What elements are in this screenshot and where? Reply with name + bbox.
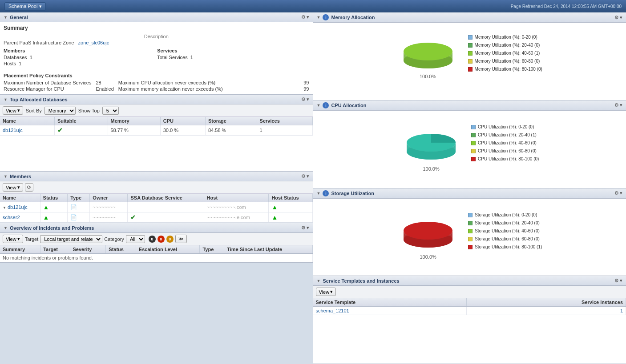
host-status-icon: ▲ (271, 214, 278, 221)
gear-dropdown-icon: ▾ (620, 190, 622, 196)
top-allocated-panel: ▼ Top Allocated Databases ⚙ ▾ View ▾ Sor… (0, 95, 313, 172)
top-allocated-thead: Name Suitable Memory CPU Storage Service… (0, 117, 312, 125)
storage-legend-60-80: Storage Utilization (%): 60-80 (0) (468, 235, 542, 243)
general-panel-header: ▼ General ⚙ ▾ (0, 12, 313, 22)
placement-title: Placement Policy Constraints (4, 73, 309, 78)
members-view-button[interactable]: View ▾ (3, 183, 23, 192)
error-badge: 0 (158, 236, 165, 243)
max-cpu-label: Maximum CPU allocation never exceeds (%) (118, 80, 299, 85)
members-refresh-button[interactable]: ⟳ (25, 183, 33, 192)
db-name-link[interactable]: db121ujc (3, 128, 23, 133)
main-content: ▼ General ⚙ ▾ Summary Description Parent… (0, 12, 626, 364)
storage-cell: 84.58 % (205, 125, 257, 136)
member-name-link[interactable]: db121ujc (8, 204, 28, 210)
storage-chart-label: 100.0% (420, 254, 436, 260)
legend-color-icon (468, 245, 473, 249)
incidents-gear[interactable]: ⚙ ▾ (301, 225, 309, 231)
members-title: Members (4, 48, 155, 53)
gear-dropdown-icon: ▾ (307, 96, 309, 102)
collapse-triangle-icon[interactable]: ▼ (317, 15, 321, 20)
schema-pool-button[interactable]: Schema Pool ▾ (4, 2, 46, 11)
legend-color-icon (468, 43, 473, 48)
collapse-triangle-icon[interactable]: ▼ (4, 97, 8, 102)
col-cpu: CPU (160, 117, 205, 125)
gear-icon: ⚙ (614, 278, 619, 284)
service-view-button[interactable]: View ▾ (316, 288, 336, 296)
status-cell: ▲ (40, 202, 68, 212)
col-escalation: Escalation Level (136, 245, 200, 254)
col-suitable: Suitable (54, 117, 108, 125)
svg-point-1 (404, 43, 452, 60)
col-memory: Memory (108, 117, 160, 125)
legend-color-icon (468, 51, 473, 56)
parent-row: Parent PaaS Infrastructure Zone zone_slc… (4, 40, 309, 45)
top-allocated-table-container: Name Suitable Memory CPU Storage Service… (0, 117, 313, 171)
members-tbody: ▼ db121ujc ▲ 📄 ~~~~~~~~ ~~~~~~~~~~.com ▲ (0, 202, 312, 223)
instances-cell: 1 (467, 307, 626, 315)
cpu-gear[interactable]: ⚙ ▾ (614, 102, 622, 108)
incidents-thead: Summary Target Severity Status Escalatio… (0, 245, 312, 254)
top-allocated-title: ▼ Top Allocated Databases (4, 97, 68, 102)
storage-legend: Storage Utilization (%): 0-20 (0) Storag… (468, 211, 542, 251)
members-header-row: Name Status Type Owner SSA Database Serv… (0, 194, 312, 202)
template-name-cell: schema_12101 (313, 307, 467, 315)
general-gear-button[interactable]: ⚙ ▾ (301, 14, 309, 20)
service-templates-tbody: schema_12101 1 (313, 307, 626, 315)
more-button[interactable]: ≫ (175, 235, 187, 243)
member-name-cell: schser2 (0, 212, 40, 223)
chevron-down-icon: ▾ (330, 289, 333, 295)
top-allocated-gear[interactable]: ⚙ ▾ (301, 96, 309, 102)
col-type: Type (68, 194, 90, 202)
incidents-tbody: No matching incidents or problems found. (0, 254, 312, 262)
service-templates-table: Service Template Service Instances schem… (313, 298, 626, 315)
storage-legend-0-20: Storage Utilization (%): 0-20 (0) (468, 211, 542, 219)
collapse-triangle-icon[interactable]: ▼ (317, 103, 321, 108)
memory-chart-area: 100.0% Memory Utilization (%): 0-20 (0) … (313, 23, 626, 84)
services-cell: 1 (257, 125, 312, 136)
gear-icon: ⚙ (301, 173, 306, 179)
members-gear[interactable]: ⚙ ▾ (301, 173, 309, 179)
memory-gear[interactable]: ⚙ ▾ (614, 15, 622, 20)
parent-link[interactable]: zone_slc06ujc (78, 40, 109, 45)
target-select[interactable]: Local target and related targets (40, 235, 102, 243)
col-service-template: Service Template (313, 298, 467, 307)
col-host-status: Host Status (269, 194, 312, 202)
service-templates-toolbar: View ▾ (313, 286, 626, 298)
storage-pie-chart (397, 203, 459, 252)
legend-color-icon (468, 35, 473, 40)
incidents-table: Summary Target Severity Status Escalatio… (0, 245, 313, 262)
col-status: Status (40, 194, 68, 202)
collapse-triangle-icon[interactable]: ▼ (4, 15, 8, 20)
warning-badge: 0 (166, 236, 174, 243)
incidents-view-button[interactable]: View ▾ (3, 235, 23, 243)
sort-by-select[interactable]: Memory (44, 107, 76, 115)
collapse-triangle-icon[interactable]: ▼ (317, 191, 321, 196)
summary-title: Summary (4, 25, 309, 31)
members-table-container: Name Status Type Owner SSA Database Serv… (0, 194, 313, 223)
member-name-link[interactable]: schser2 (3, 215, 20, 220)
target-label: Target (25, 236, 39, 242)
service-templates-gear[interactable]: ⚙ ▾ (614, 278, 622, 284)
collapse-triangle-icon[interactable]: ▼ (317, 279, 321, 283)
cpu-cell: 30.0 % (160, 125, 205, 136)
storage-header: ▼ i Storage Utilization ⚙ ▾ (313, 188, 626, 199)
top-allocated-header: ▼ Top Allocated Databases ⚙ ▾ (0, 95, 313, 104)
view-button[interactable]: View ▾ (3, 106, 23, 115)
cpu-legend-0-20: CPU Utilization (%): 0-20 (0) (471, 123, 539, 131)
service-templates-title: ▼ Service Templates and Instances (317, 278, 400, 284)
db-type-icon: 📄 (70, 214, 77, 220)
members-panel-title: ▼ Members (4, 174, 31, 179)
show-top-select[interactable]: 5 (102, 107, 119, 115)
no-incidents-row: No matching incidents or problems found. (0, 254, 312, 262)
storage-gear[interactable]: ⚙ ▾ (614, 190, 622, 196)
instances-link[interactable]: 1 (620, 308, 623, 313)
legend-color-icon (471, 125, 476, 129)
template-name-link[interactable]: schema_12101 (316, 308, 349, 313)
hosts-info: Hosts 1 (4, 61, 155, 66)
legend-color-icon (468, 229, 473, 233)
members-thead: Name Status Type Owner SSA Database Serv… (0, 194, 312, 202)
chevron-down-icon: ▾ (17, 108, 20, 113)
collapse-triangle-icon[interactable]: ▼ (4, 226, 8, 230)
category-select[interactable]: All (126, 235, 145, 243)
collapse-triangle-icon[interactable]: ▼ (4, 174, 8, 179)
